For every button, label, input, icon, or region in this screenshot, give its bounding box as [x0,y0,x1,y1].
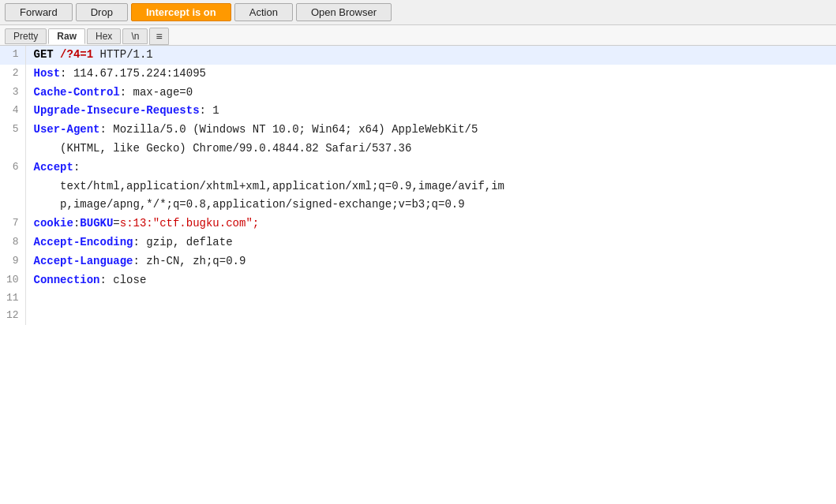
tab-menu[interactable]: ≡ [149,28,168,45]
line-content: Connection: close [25,271,836,290]
line-content: p,image/apng,*/*;q=0.8,application/signe… [25,196,836,215]
line-content: Accept-Language: zh-CN, zh;q=0.9 [25,252,836,271]
line-number: 9 [0,252,25,271]
line-content: Upgrade-Insecure-Requests: 1 [25,102,836,121]
forward-button[interactable]: Forward [5,3,73,21]
code-table: 1GET /?4=1 HTTP/1.12Host: 114.67.175.224… [0,46,836,325]
line-number [0,177,25,196]
line-number: 12 [0,307,25,324]
line-number: 1 [0,46,25,65]
tab-hex[interactable]: Hex [87,28,121,44]
tab-newline[interactable]: \n [122,28,148,44]
line-content: Accept-Encoding: gzip, deflate [25,233,836,252]
code-area[interactable]: 1GET /?4=1 HTTP/1.12Host: 114.67.175.224… [0,46,836,496]
line-number: 10 [0,271,25,290]
toolbar: Forward Drop Intercept is on Action Open… [0,0,836,25]
line-content: User-Agent: Mozilla/5.0 (Windows NT 10.0… [25,121,836,140]
line-content [25,307,836,324]
line-number: 6 [0,159,25,177]
line-number: 2 [0,65,25,84]
tab-raw[interactable]: Raw [48,28,85,44]
line-number [0,140,25,159]
tab-pretty[interactable]: Pretty [5,28,47,44]
line-content: text/html,application/xhtml+xml,applicat… [25,177,836,196]
line-content: Host: 114.67.175.224:14095 [25,65,836,84]
line-number [0,196,25,215]
line-number: 5 [0,121,25,140]
intercept-button[interactable]: Intercept is on [131,3,231,21]
tabbar: Pretty Raw Hex \n ≡ [0,25,836,46]
line-number: 8 [0,233,25,252]
line-content [25,289,836,307]
line-content: cookie:BUGKU=s:13:"ctf.bugku.com"; [25,215,836,233]
line-number: 3 [0,84,25,103]
line-content: Cache-Control: max-age=0 [25,84,836,103]
line-content: (KHTML, like Gecko) Chrome/99.0.4844.82 … [25,140,836,159]
drop-button[interactable]: Drop [76,3,128,21]
action-button[interactable]: Action [234,3,293,21]
line-number: 11 [0,289,25,307]
line-content: GET /?4=1 HTTP/1.1 [25,46,836,65]
open-browser-button[interactable]: Open Browser [296,3,392,21]
line-number: 7 [0,215,25,233]
line-content: Accept: [25,159,836,177]
line-number: 4 [0,102,25,121]
